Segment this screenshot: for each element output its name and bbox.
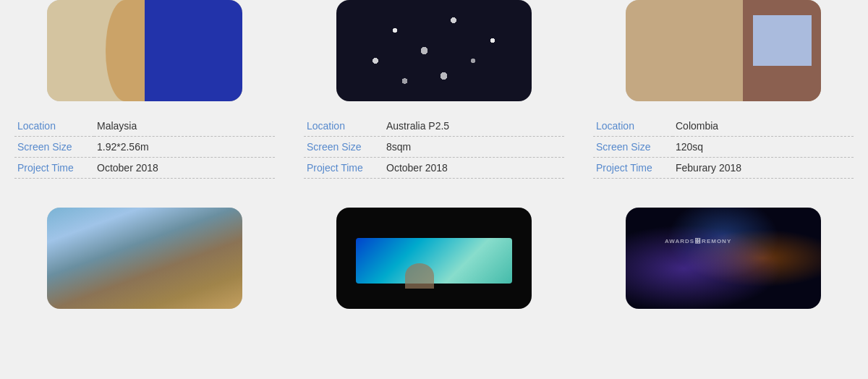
info-table-malaysia: Location Malaysia Screen Size 1.92*2.56m… [14,116,275,179]
card-theater [289,208,579,338]
image-colombia [626,0,821,101]
table-row: Project Time Feburary 2018 [593,158,854,179]
screen-label: Screen Size [304,137,383,158]
time-label: Project Time [304,158,383,179]
screen-value: 120sq [673,137,854,158]
table-row: Screen Size 1.92*2.56m [14,137,275,158]
bottom-row [0,208,868,338]
screen-label: Screen Size [593,137,673,158]
card-stairs [0,208,289,338]
card-malaysia: Location Malaysia Screen Size 1.92*2.56m… [0,0,289,193]
image-malaysia [47,0,242,101]
location-value: Colombia [673,116,854,137]
table-row: Location Colombia [593,116,854,137]
time-value: October 2018 [94,158,275,179]
image-stairs [47,208,242,309]
screen-value: 8sqm [383,137,564,158]
screen-value: 1.92*2.56m [94,137,275,158]
image-awards [626,208,821,309]
table-row: Screen Size 8sqm [304,137,564,158]
table-row: Screen Size 120sq [593,137,854,158]
image-australia [336,0,532,101]
card-awards [579,208,868,338]
screen-label: Screen Size [14,137,94,158]
time-label: Project Time [14,158,94,179]
location-label: Location [593,116,673,137]
image-theater [336,208,532,309]
time-value: Feburary 2018 [673,158,854,179]
table-row: Project Time October 2018 [14,158,275,179]
card-colombia: Location Colombia Screen Size 120sq Proj… [579,0,868,193]
info-table-colombia: Location Colombia Screen Size 120sq Proj… [593,116,854,179]
info-table-australia: Location Australia P2.5 Screen Size 8sqm… [304,116,564,179]
table-row: Project Time October 2018 [304,158,564,179]
top-row: Location Malaysia Screen Size 1.92*2.56m… [0,0,868,193]
location-label: Location [304,116,383,137]
table-row: Location Australia P2.5 [304,116,564,137]
location-label: Location [14,116,94,137]
table-row: Location Malaysia [14,116,275,137]
time-value: October 2018 [383,158,564,179]
time-label: Project Time [593,158,673,179]
card-australia: Location Australia P2.5 Screen Size 8sqm… [289,0,579,193]
location-value: Australia P2.5 [383,116,564,137]
location-value: Malaysia [94,116,275,137]
